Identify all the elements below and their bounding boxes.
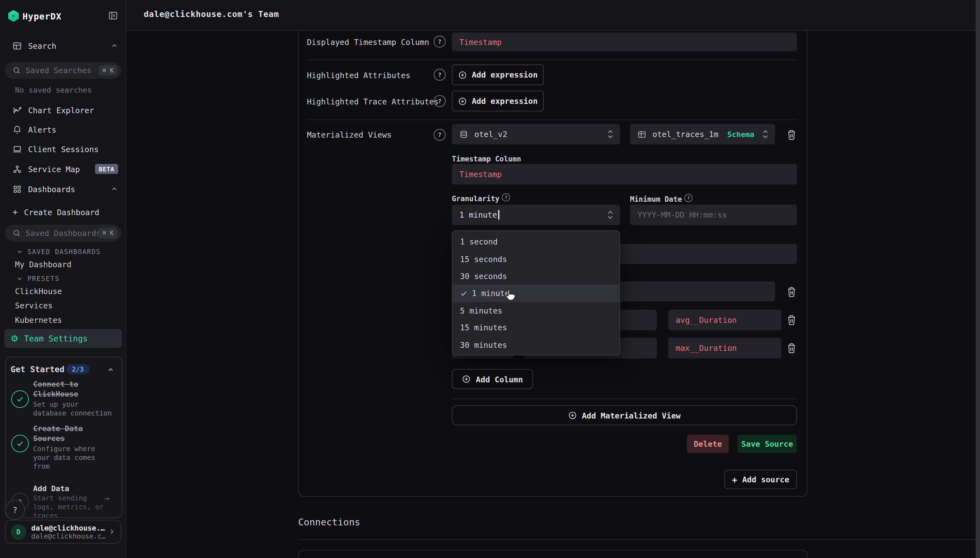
sidebar-item-dashboards[interactable]: Dashboards	[13, 182, 118, 196]
timestamp-column-label: Timestamp Column	[452, 154, 521, 163]
delete-column-button[interactable]	[782, 311, 800, 328]
database-select[interactable]: otel_v2	[452, 124, 620, 144]
scrollbar[interactable]	[976, 0, 980, 558]
divider	[307, 120, 797, 120]
delete-column-button[interactable]	[782, 339, 800, 356]
timestamp-column-input[interactable]	[452, 164, 797, 184]
displayed-timestamp-input[interactable]	[452, 33, 797, 51]
step-title-line: Connect to	[33, 379, 79, 388]
help-icon[interactable]: ?	[434, 95, 446, 107]
sidebar-item-label: Search	[28, 41, 56, 51]
user-menu[interactable]: D dale@clickhouse.… dale@clickhouse.c…	[5, 520, 121, 544]
add-materialized-view-button[interactable]: Add Materialized View	[452, 405, 797, 425]
granularity-select[interactable]: 1 minute	[452, 204, 620, 225]
create-dashboard-button[interactable]: + Create Dashboard	[13, 206, 118, 218]
step-desc-line: Start sending	[33, 494, 87, 502]
displayed-timestamp-label: Displayed Timestamp Column	[307, 38, 429, 47]
sidebar-item-client-sessions[interactable]: Client Sessions	[13, 142, 118, 156]
mv-column-alias-input[interactable]	[668, 310, 781, 330]
table-icon	[638, 130, 646, 139]
save-source-button[interactable]: Save Source	[738, 435, 797, 453]
question-icon: ?	[13, 505, 18, 514]
add-expression-button[interactable]: Add expression	[452, 64, 544, 85]
sidebar-item-team-settings[interactable]: ⚙ Team Settings	[4, 329, 122, 348]
materialized-views-label: Materialized Views	[307, 130, 391, 140]
sidebar-item-services[interactable]: Services	[15, 301, 52, 310]
get-started-panel: Get Started 2/3 Connect to ClickHouse Se…	[5, 356, 123, 518]
no-saved-searches-text: No saved searches	[15, 86, 92, 95]
grid-icon	[13, 184, 22, 194]
add-column-button[interactable]: Add Column	[452, 369, 533, 389]
delete-source-button[interactable]: Delete	[687, 435, 729, 453]
updown-chevron-icon	[607, 210, 614, 220]
collapse-sidebar-icon[interactable]	[108, 11, 118, 21]
sidebar: ⚡ HyperDX Search Saved Searches ⌘ K No s…	[0, 0, 126, 558]
saved-dashboards-placeholder: Saved Dashboards	[26, 228, 99, 238]
divider	[452, 399, 797, 399]
help-button[interactable]: ?	[5, 500, 25, 520]
sidebar-item-label: Alerts	[28, 125, 56, 134]
plus-icon: +	[13, 207, 18, 217]
help-icon[interactable]: ?	[434, 129, 446, 141]
saved-dashboards-section-header[interactable]: SAVED DASHBOARDS	[16, 248, 100, 255]
collapse-get-started-icon[interactable]	[107, 366, 114, 373]
sidebar-item-label: Service Map	[28, 164, 80, 174]
granularity-option[interactable]: 30 minutes	[453, 336, 619, 353]
progress-badge: 2/3	[66, 364, 89, 374]
top-bar: dale@clickhouse.com's Team	[126, 0, 980, 31]
mv-column-alias-input[interactable]	[668, 338, 781, 358]
updown-chevron-icon	[762, 130, 769, 139]
sidebar-item-service-map[interactable]: Service Map BETA	[13, 162, 118, 176]
table-icon	[13, 41, 22, 51]
minimum-date-input[interactable]	[630, 204, 797, 225]
hyperdx-logo-icon: ⚡	[8, 10, 19, 22]
help-icon[interactable]: ?	[684, 194, 693, 202]
delete-column-button[interactable]	[782, 283, 800, 300]
saved-dashboards-input[interactable]: Saved Dashboards ⌘ K	[5, 225, 121, 241]
chevron-down-icon	[16, 275, 23, 282]
granularity-label: Granularity?	[452, 193, 510, 203]
granularity-option[interactable]: 30 seconds	[453, 268, 619, 285]
help-icon[interactable]: ?	[434, 69, 446, 80]
granularity-option[interactable]: 1 second	[453, 233, 619, 251]
avatar: D	[11, 524, 26, 540]
brand-name: HyperDX	[23, 11, 62, 21]
sidebar-item-label: Chart Explorer	[28, 105, 94, 115]
database-select-value: otel_v2	[474, 130, 507, 139]
step-desc-line: logs, metrics, or	[33, 503, 103, 511]
circle-plus-icon	[462, 375, 471, 383]
delete-materialized-view-button[interactable]	[782, 126, 800, 143]
saved-searches-placeholder: Saved Searches	[26, 66, 99, 75]
sidebar-item-chart-explorer[interactable]: Chart Explorer	[13, 103, 118, 117]
sidebar-item-alerts[interactable]: Alerts	[13, 123, 118, 136]
table-select-value: otel_traces_1m	[653, 130, 718, 139]
granularity-option[interactable]: 15 minutes	[453, 319, 619, 336]
sidebar-item-kubernetes[interactable]: Kubernetes	[15, 315, 62, 325]
help-icon[interactable]: ?	[502, 193, 510, 202]
granularity-option[interactable]: 15 seconds	[453, 251, 619, 268]
chart-icon	[13, 105, 22, 115]
sidebar-item-my-dashboard[interactable]: My Dashboard	[15, 259, 72, 269]
sidebar-item-clickhouse[interactable]: ClickHouse	[15, 286, 62, 296]
presets-section-header[interactable]: PRESETS	[16, 275, 59, 282]
table-select[interactable]: otel_traces_1m Schema	[630, 124, 775, 144]
granularity-option[interactable]: 5 minutes	[453, 302, 619, 319]
granularity-value: 1 minute	[459, 210, 497, 220]
sidebar-item-label: Dashboards	[28, 184, 75, 194]
add-expression-button[interactable]: Add expression	[452, 91, 544, 111]
chevron-down-icon	[16, 248, 23, 255]
plus-icon: +	[732, 474, 737, 484]
add-source-button[interactable]: + Add source	[725, 470, 797, 489]
chevron-up-icon	[111, 185, 118, 193]
get-started-title: Get Started	[11, 365, 64, 374]
sidebar-item-search[interactable]: Search	[13, 39, 118, 53]
help-icon[interactable]: ?	[434, 36, 446, 48]
schema-link[interactable]: Schema	[727, 130, 754, 139]
check-icon	[460, 289, 467, 297]
step-desc-line: Set up your	[33, 400, 79, 409]
granularity-option-selected[interactable]: 1 minute	[453, 285, 619, 302]
shortcut-badge: ⌘ K	[98, 228, 118, 238]
step-desc-line: from	[33, 462, 49, 471]
step-title[interactable]: Add Data	[33, 484, 69, 493]
saved-searches-input[interactable]: Saved Searches ⌘ K	[5, 62, 121, 79]
